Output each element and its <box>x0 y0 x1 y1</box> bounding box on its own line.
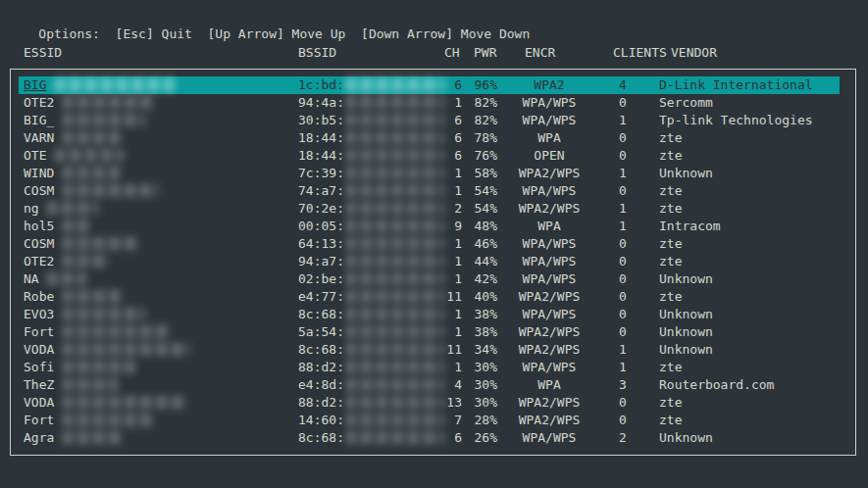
clients-cell: 4 <box>615 76 631 94</box>
ap-row[interactable]: VODA8c:68:1134%WPA2/WPS1Unknown <box>0 341 868 359</box>
ap-row[interactable]: TheZe4:8d:430%WPA3Routerboard.com <box>0 376 868 394</box>
essid-redacted-blur <box>63 184 159 197</box>
ap-row[interactable]: Agra8c:68:626%WPA/WPS2Unknown <box>0 429 868 447</box>
bssid-cell: 5a:54: <box>298 323 344 341</box>
essid-cell: EVO3 <box>24 306 54 323</box>
essid-redacted-blur <box>63 414 155 426</box>
essid-cell: COSM <box>24 182 54 200</box>
encryption-cell: WPA/WPS <box>495 182 603 200</box>
encryption-cell: WPA2/WPS <box>495 288 603 306</box>
essid-redacted-blur <box>63 96 156 109</box>
vendor-cell: zte <box>659 200 682 218</box>
ap-row[interactable]: BIG1c:bd:696%WPA24D-Link International <box>0 76 868 94</box>
clients-cell: 0 <box>615 323 631 341</box>
clients-cell: 0 <box>615 182 631 200</box>
vendor-cell: Intracom <box>659 218 721 235</box>
essid-redacted-blur <box>55 78 175 91</box>
essid-cell: Fort <box>24 412 54 429</box>
clients-cell: 0 <box>615 412 631 429</box>
vendor-cell: zte <box>659 147 682 165</box>
bssid-cell: 1c:bd: <box>298 76 344 94</box>
essid-redacted-blur <box>63 220 90 232</box>
ap-row[interactable]: Sofi88:d2:130%WPA/WPS1zte <box>0 359 868 376</box>
power-cell: 44% <box>474 253 497 270</box>
vendor-cell: zte <box>659 412 682 429</box>
ap-row[interactable]: VARN18:44:678%WPA0zte <box>0 129 868 147</box>
ap-row[interactable]: OTE294:a7:144%WPA/WPS0zte <box>0 253 868 270</box>
encryption-cell: WPA2/WPS <box>495 323 603 341</box>
vendor-cell: zte <box>659 253 682 270</box>
ap-row[interactable]: NA02:be:142%WPA/WPS0Unknown <box>0 270 868 288</box>
ap-row[interactable]: OTE294:4a:182%WPA/WPS0Sercomm <box>0 94 868 112</box>
channel-cell: 1 <box>438 165 462 182</box>
bssid-cell: 94:a7: <box>298 253 344 270</box>
channel-cell: 7 <box>438 412 462 429</box>
channel-cell: 6 <box>438 112 462 129</box>
encryption-cell: WPA/WPS <box>495 429 603 447</box>
bssid-cell: 64:13: <box>298 235 344 253</box>
essid-cell: VODA <box>24 394 54 412</box>
channel-cell: 6 <box>438 147 462 165</box>
power-cell: 96% <box>474 76 497 94</box>
power-cell: 54% <box>474 182 497 200</box>
bssid-redacted-blur <box>346 431 444 444</box>
essid-redacted-blur <box>63 255 110 268</box>
essid-redacted-blur <box>47 272 86 285</box>
encryption-cell: WPA/WPS <box>495 359 603 376</box>
power-cell: 40% <box>474 288 497 306</box>
power-cell: 48% <box>474 218 497 235</box>
essid-redacted-blur <box>47 202 98 215</box>
encryption-cell: WPA/WPS <box>495 306 603 323</box>
power-cell: 42% <box>474 270 497 288</box>
clients-cell: 3 <box>615 376 631 394</box>
clients-cell: 1 <box>615 200 631 218</box>
ap-row[interactable]: COSM74:a7:154%WPA/WPS0zte <box>0 182 868 200</box>
ap-row[interactable]: Fort14:60:728%WPA2/WPS0zte <box>0 412 868 429</box>
bssid-cell: 88:d2: <box>298 359 344 376</box>
bssid-redacted-blur <box>346 78 444 91</box>
channel-cell: 1 <box>438 323 462 341</box>
ap-row[interactable]: WIND7c:39:158%WPA2/WPS1Unknown <box>0 165 868 182</box>
ap-row[interactable]: COSM64:13:146%WPA/WPS0zte <box>0 235 868 253</box>
ap-row[interactable]: Fort5a:54:138%WPA2/WPS0Unknown <box>0 323 868 341</box>
clients-cell: 2 <box>615 429 631 447</box>
bssid-redacted-blur <box>346 272 444 285</box>
ap-row[interactable]: ng70:2e:254%WPA2/WPS1zte <box>0 200 868 218</box>
encryption-cell: WPA <box>495 129 603 147</box>
ap-row[interactable]: BIG_30:b5:682%WPA/WPS1Tp-link Technologi… <box>0 112 868 129</box>
clients-cell: 0 <box>615 306 631 323</box>
clients-cell: 0 <box>615 147 631 165</box>
encryption-cell: WPA/WPS <box>495 270 603 288</box>
encryption-cell: WPA/WPS <box>495 235 603 253</box>
ap-row[interactable]: hol500:05:948%WPA1Intracom <box>0 218 868 235</box>
power-cell: 54% <box>474 200 497 218</box>
bssid-cell: 8c:68: <box>298 306 344 323</box>
essid-cell: BIG_ <box>24 112 54 129</box>
essid-redacted-blur <box>63 131 124 144</box>
ap-row[interactable]: OTE18:44:676%OPEN0zte <box>0 147 868 165</box>
column-header-encr: ENCR <box>525 44 555 62</box>
essid-cell: NA <box>24 270 39 288</box>
power-cell: 76% <box>474 147 497 165</box>
ap-row[interactable]: Robee4:77:1140%WPA2/WPS0zte <box>0 288 868 306</box>
clients-cell: 0 <box>615 94 631 112</box>
vendor-cell: D-Link International <box>659 76 813 94</box>
essid-cell: Robe <box>24 288 54 306</box>
encryption-cell: WPA2/WPS <box>495 412 603 429</box>
ap-row[interactable]: EVO38c:68:138%WPA/WPS0Unknown <box>0 306 868 323</box>
bssid-cell: e4:8d: <box>298 376 344 394</box>
encryption-cell: WPA/WPS <box>495 94 603 112</box>
vendor-cell: Tp-link Technologies <box>659 112 813 129</box>
essid-redacted-blur <box>63 237 139 250</box>
vendor-cell: Unknown <box>659 341 713 359</box>
vendor-cell: zte <box>659 288 682 306</box>
shortcut-hint: [Esc] Quit <box>100 26 192 41</box>
bssid-cell: 18:44: <box>298 147 344 165</box>
essid-cell: hol5 <box>24 218 54 235</box>
column-header-clients: CLIENTS <box>613 44 667 62</box>
ap-row[interactable]: VODA88:d2:1330%WPA2/WPS0zte <box>0 394 868 412</box>
channel-cell: 11 <box>438 288 462 306</box>
encryption-cell: WPA2/WPS <box>495 394 603 412</box>
clients-cell: 0 <box>615 253 631 270</box>
bssid-cell: e4:77: <box>298 288 344 306</box>
